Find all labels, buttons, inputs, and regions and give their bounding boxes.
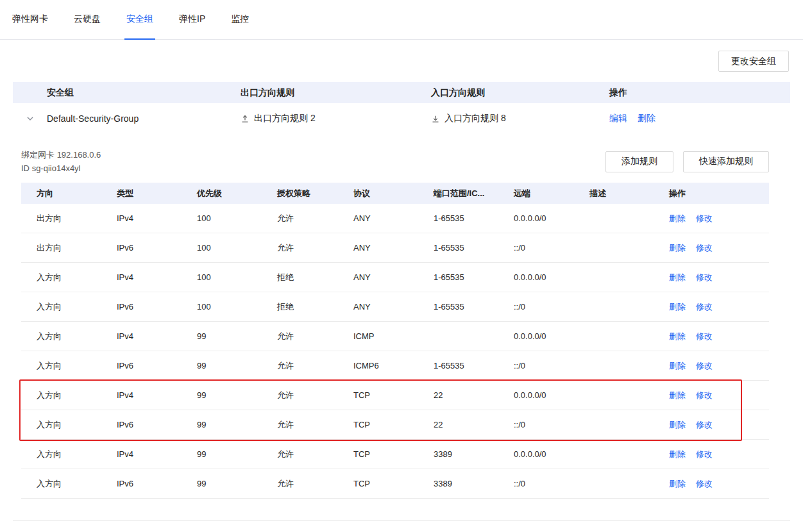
rule-policy-cell: 允许 bbox=[262, 213, 338, 224]
rule-port-range-cell: 1-65535 bbox=[418, 361, 498, 370]
rule-type-cell: IPv4 bbox=[101, 213, 182, 223]
rule-type-cell: IPv4 bbox=[101, 390, 182, 400]
rule-type-cell: IPv6 bbox=[101, 302, 182, 312]
tab[interactable]: 弹性网卡 bbox=[10, 0, 50, 40]
rule-delete-link[interactable]: 删除 bbox=[669, 213, 686, 223]
table-row: 入方向 IPv4 99 允许 TCP 22 0.0.0.0/0 删除 修改 bbox=[21, 381, 769, 410]
header-type: 类型 bbox=[101, 188, 182, 199]
rule-priority-cell: 99 bbox=[182, 361, 262, 370]
outbound-upload-icon bbox=[241, 114, 249, 123]
rule-actions-cell: 删除 修改 bbox=[654, 478, 769, 490]
rule-delete-link[interactable]: 删除 bbox=[669, 272, 686, 282]
security-group-name: Default-Security-Group bbox=[47, 113, 139, 124]
header-protocol: 协议 bbox=[338, 188, 418, 199]
security-group-info: 绑定网卡 192.168.0.6 ID sg-qiio14x4yl bbox=[21, 148, 101, 175]
rule-policy-cell: 允许 bbox=[262, 390, 338, 401]
rule-remote-cell: 0.0.0.0/0 bbox=[498, 213, 574, 223]
security-group-id-value: sg-qiio14x4yl bbox=[32, 163, 81, 173]
rule-type-cell: IPv4 bbox=[101, 272, 182, 282]
rule-policy-cell: 允许 bbox=[262, 331, 338, 342]
rule-delete-link[interactable]: 删除 bbox=[669, 479, 686, 488]
rule-direction-cell: 入方向 bbox=[21, 331, 101, 342]
rule-port-range-cell: 1-65535 bbox=[418, 213, 498, 223]
change-security-group-button[interactable]: 更改安全组 bbox=[718, 51, 789, 72]
bound-nic-label: 绑定网卡 bbox=[21, 150, 55, 160]
rule-protocol-cell: TCP bbox=[338, 449, 418, 459]
rule-modify-link[interactable]: 修改 bbox=[696, 302, 713, 312]
rule-policy-cell: 允许 bbox=[262, 242, 338, 254]
rule-actions-cell: 删除 修改 bbox=[654, 213, 769, 224]
rule-priority-cell: 99 bbox=[182, 449, 262, 459]
rule-modify-link[interactable]: 修改 bbox=[696, 331, 713, 341]
rule-protocol-cell: ANY bbox=[338, 272, 418, 282]
rule-modify-link[interactable]: 修改 bbox=[696, 390, 713, 400]
rule-modify-link[interactable]: 修改 bbox=[696, 420, 713, 429]
rule-actions-cell: 删除 修改 bbox=[654, 242, 769, 254]
tab[interactable]: 云硬盘 bbox=[72, 0, 103, 40]
rule-remote-cell: ::/0 bbox=[498, 420, 574, 429]
rule-protocol-cell: ANY bbox=[338, 243, 418, 253]
rule-port-range-cell: 22 bbox=[418, 420, 498, 429]
tab[interactable]: 弹性IP bbox=[177, 0, 207, 40]
chevron-down-icon[interactable] bbox=[13, 115, 47, 122]
rule-policy-cell: 允许 bbox=[262, 419, 338, 431]
rule-remote-cell: 0.0.0.0/0 bbox=[498, 272, 574, 282]
rule-actions-cell: 删除 修改 bbox=[654, 360, 769, 372]
rule-actions-cell: 删除 修改 bbox=[654, 331, 769, 342]
rule-policy-cell: 允许 bbox=[262, 360, 338, 372]
outbound-rules-count: 出口方向规则 2 bbox=[254, 113, 316, 124]
rule-delete-link[interactable]: 删除 bbox=[669, 243, 686, 253]
rule-remote-cell: 0.0.0.0/0 bbox=[498, 331, 574, 341]
rule-protocol-cell: ANY bbox=[338, 213, 418, 223]
rule-delete-link[interactable]: 删除 bbox=[669, 331, 686, 341]
rule-modify-link[interactable]: 修改 bbox=[696, 272, 713, 282]
delete-security-group-link[interactable]: 删除 bbox=[638, 113, 655, 123]
tab-label: 监控 bbox=[231, 13, 249, 25]
table-row: 出方向 IPv6 100 允许 ANY 1-65535 ::/0 删除 修改 bbox=[21, 233, 769, 263]
tab[interactable]: 安全组 bbox=[124, 0, 155, 40]
rule-port-range-cell: 1-65535 bbox=[418, 272, 498, 282]
rule-modify-link[interactable]: 修改 bbox=[696, 361, 713, 370]
table-row: 入方向 IPv4 99 允许 ICMP 0.0.0.0/0 删除 修改 bbox=[21, 322, 769, 351]
rule-delete-link[interactable]: 删除 bbox=[669, 361, 686, 370]
rule-type-cell: IPv6 bbox=[101, 243, 182, 253]
rule-remote-cell: 0.0.0.0/0 bbox=[498, 449, 574, 459]
tab-label: 云硬盘 bbox=[74, 13, 101, 25]
rule-modify-link[interactable]: 修改 bbox=[696, 479, 713, 488]
header-inbound-rules: 入口方向规则 bbox=[431, 87, 609, 99]
table-row: 出方向 IPv4 100 允许 ANY 1-65535 0.0.0.0/0 删除… bbox=[21, 204, 769, 233]
header-description: 描述 bbox=[574, 188, 654, 199]
rule-modify-link[interactable]: 修改 bbox=[696, 213, 713, 223]
rule-modify-link[interactable]: 修改 bbox=[696, 243, 713, 253]
rule-policy-cell: 允许 bbox=[262, 478, 338, 490]
rule-policy-cell: 拒绝 bbox=[262, 272, 338, 283]
rule-actions-cell: 删除 修改 bbox=[654, 419, 769, 431]
rule-type-cell: IPv6 bbox=[101, 479, 182, 488]
rule-priority-cell: 99 bbox=[182, 390, 262, 400]
header-actions: 操作 bbox=[609, 87, 790, 99]
rule-actions-cell: 删除 修改 bbox=[654, 301, 769, 313]
rule-type-cell: IPv6 bbox=[101, 361, 182, 370]
table-row: 入方向 IPv6 99 允许 ICMP6 1-65535 ::/0 删除 修改 bbox=[21, 351, 769, 381]
rule-policy-cell: 拒绝 bbox=[262, 301, 338, 313]
inbound-download-icon bbox=[431, 114, 440, 123]
rule-delete-link[interactable]: 删除 bbox=[669, 390, 686, 400]
add-rule-button[interactable]: 添加规则 bbox=[605, 151, 673, 172]
rule-priority-cell: 99 bbox=[182, 420, 262, 429]
bound-nic-value: 192.168.0.6 bbox=[57, 150, 101, 160]
rule-delete-link[interactable]: 删除 bbox=[669, 302, 686, 312]
header-direction: 方向 bbox=[21, 188, 101, 199]
security-group-section: 安全组 出口方向规则 入口方向规则 操作 Default-Security-Gr… bbox=[13, 82, 790, 521]
rule-delete-link[interactable]: 删除 bbox=[669, 420, 686, 429]
edit-security-group-link[interactable]: 编辑 bbox=[609, 113, 627, 123]
rule-priority-cell: 100 bbox=[182, 213, 262, 223]
header-actions: 操作 bbox=[654, 188, 769, 199]
table-row: 入方向 IPv6 99 允许 TCP 22 ::/0 删除 修改 bbox=[21, 410, 769, 440]
tab[interactable]: 监控 bbox=[229, 0, 251, 40]
quick-add-rule-button[interactable]: 快速添加规则 bbox=[683, 151, 769, 172]
header-policy: 授权策略 bbox=[262, 188, 338, 199]
rule-modify-link[interactable]: 修改 bbox=[696, 449, 713, 459]
rule-priority-cell: 99 bbox=[182, 479, 262, 488]
header-security-group: 安全组 bbox=[13, 87, 241, 99]
rule-delete-link[interactable]: 删除 bbox=[669, 449, 686, 459]
